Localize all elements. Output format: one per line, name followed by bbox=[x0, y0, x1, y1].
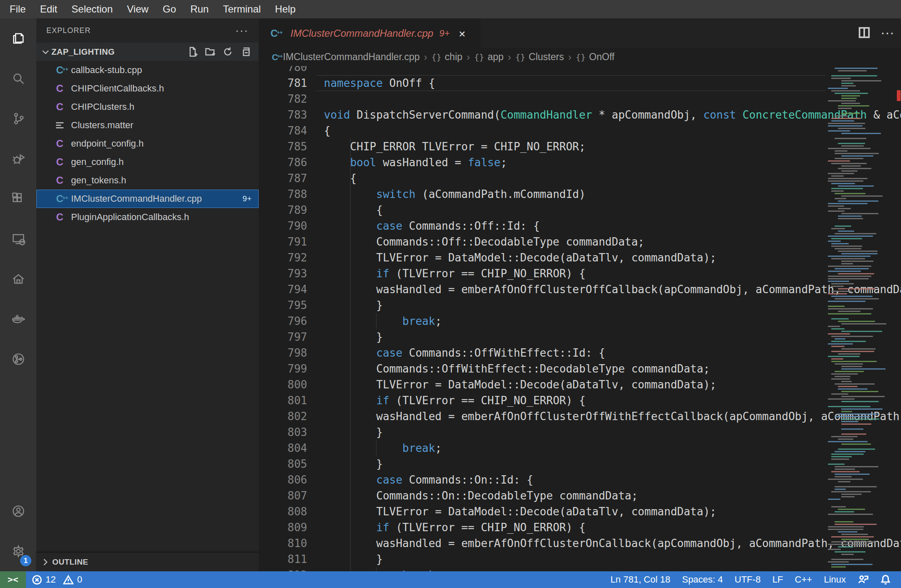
section-actions bbox=[187, 46, 255, 58]
code-line-794: 794 wasHandled = emberAfOnOffClusterOffC… bbox=[259, 281, 901, 297]
menu-help[interactable]: Help bbox=[268, 0, 303, 18]
symbol-namespace-icon: {} bbox=[515, 52, 525, 62]
cursor-position[interactable]: Ln 781, Col 18 bbox=[605, 571, 676, 588]
breadcrumb-item-imclustercommandhandler-cpp[interactable]: IMClusterCommandHandler.cpp bbox=[283, 51, 420, 63]
breadcrumb-item-app[interactable]: app bbox=[488, 51, 504, 63]
file-row-imclustercommandhandler-cpp[interactable]: C++IMClusterCommandHandler.cpp9+ bbox=[36, 190, 259, 208]
file-row-clusters-matter[interactable]: Clusters.matter bbox=[36, 116, 259, 134]
breadcrumb-item-chip[interactable]: chip bbox=[445, 51, 462, 63]
new-folder-icon[interactable] bbox=[204, 46, 216, 58]
extensions-icon bbox=[11, 191, 26, 206]
file-row-chipclientcallbacks-h[interactable]: CCHIPClientCallbacks.h bbox=[36, 79, 259, 98]
file-row-chipclusters-h[interactable]: CCHIPClusters.h bbox=[36, 98, 259, 116]
minimap-line bbox=[831, 228, 845, 229]
minimap-line bbox=[831, 75, 877, 76]
minimap-line bbox=[828, 130, 850, 132]
activity-settings-gear-icon[interactable]: 1 bbox=[0, 531, 36, 571]
symbol-namespace-icon: {} bbox=[575, 52, 585, 62]
indentation-status[interactable]: Spaces: 4 bbox=[676, 571, 729, 588]
code-editor[interactable]: 780781namespace OnOff {782783void Dispat… bbox=[259, 66, 901, 571]
minimap-line bbox=[841, 408, 883, 410]
line-number: 790 bbox=[259, 218, 307, 234]
minimap[interactable] bbox=[825, 66, 892, 571]
file-name: IMClusterCommandHandler.cpp bbox=[71, 193, 242, 204]
split-editor-icon[interactable] bbox=[858, 26, 870, 41]
activity-remote-explorer-icon[interactable] bbox=[0, 219, 36, 259]
minimap-line bbox=[835, 524, 877, 525]
minimap-line bbox=[831, 296, 873, 297]
minimap-line bbox=[838, 70, 867, 71]
minimap-line bbox=[831, 358, 843, 360]
activity-search-icon[interactable] bbox=[0, 58, 36, 99]
collapse-all-icon[interactable] bbox=[239, 46, 251, 58]
file-row-gen-tokens-h[interactable]: Cgen_tokens.h bbox=[36, 171, 259, 190]
minimap-line bbox=[835, 551, 865, 553]
sidebar-more-actions-icon[interactable]: ··· bbox=[235, 28, 249, 33]
line-number: 804 bbox=[259, 440, 307, 456]
menu-file[interactable]: File bbox=[3, 0, 33, 18]
code-text: Commands::OffWithEffect::DecodableType c… bbox=[324, 361, 710, 377]
minimap-line bbox=[831, 246, 862, 247]
code-text: wasHandled = emberAfOnOffClusterOnCallba… bbox=[324, 535, 901, 551]
minimap-line bbox=[838, 128, 865, 129]
activity-git-graph-icon[interactable] bbox=[0, 339, 36, 379]
notifications-bell-icon[interactable] bbox=[874, 571, 897, 588]
source-control-icon bbox=[11, 111, 26, 126]
minimap-line bbox=[835, 248, 861, 249]
tab-close-icon[interactable]: ✕ bbox=[459, 27, 466, 40]
file-row-endpoint-config-h[interactable]: Cendpoint_config.h bbox=[36, 134, 259, 153]
activity-docker-icon[interactable] bbox=[0, 299, 36, 339]
file-name: CHIPClusters.h bbox=[71, 101, 258, 112]
file-row-pluginapplicationcallbacks-h[interactable]: CPluginApplicationCallbacks.h bbox=[36, 208, 259, 226]
breadcrumb-item-clusters[interactable]: Clusters bbox=[529, 51, 564, 63]
menu-go[interactable]: Go bbox=[155, 0, 183, 18]
menu-selection[interactable]: Selection bbox=[64, 0, 120, 18]
remote-indicator[interactable]: >< bbox=[0, 571, 26, 588]
minimap-line bbox=[828, 276, 871, 277]
minimap-line bbox=[841, 213, 878, 214]
minimap-line bbox=[841, 423, 871, 425]
menu-run[interactable]: Run bbox=[183, 0, 216, 18]
line-number: 802 bbox=[259, 408, 307, 424]
minimap-line bbox=[841, 263, 853, 264]
problems-status[interactable]: 12 0 bbox=[26, 571, 88, 588]
folder-section-header[interactable]: ZAP_LIGHTING bbox=[36, 43, 259, 61]
activity-explorer-icon[interactable] bbox=[0, 18, 36, 58]
code-text: void DispatchServerCommand(CommandHandle… bbox=[324, 107, 901, 123]
file-row-gen-config-h[interactable]: Cgen_config.h bbox=[36, 153, 259, 171]
code-text: if (TLVError == CHIP_NO_ERROR) { bbox=[324, 393, 585, 408]
breadcrumb-item-onoff[interactable]: OnOff bbox=[589, 51, 615, 63]
file-row-callback-stub-cpp[interactable]: C++callback-stub.cpp bbox=[36, 61, 259, 79]
minimap-line bbox=[828, 236, 873, 237]
outline-section-header[interactable]: OUTLINE bbox=[36, 553, 259, 571]
encoding-status[interactable]: UTF-8 bbox=[729, 571, 766, 588]
language-mode-status[interactable]: C++ bbox=[789, 571, 818, 588]
matter-file-icon bbox=[53, 119, 67, 132]
activity-account-icon[interactable] bbox=[0, 491, 36, 531]
code-line-782: 782 bbox=[259, 91, 901, 107]
feedback-icon[interactable] bbox=[852, 571, 874, 588]
minimap-line bbox=[835, 469, 855, 470]
line-number: 812 bbox=[259, 567, 307, 571]
new-file-icon[interactable] bbox=[187, 46, 199, 58]
activity-home-icon[interactable] bbox=[0, 259, 36, 299]
activity-extensions-icon[interactable] bbox=[0, 179, 36, 219]
cpp-file-icon: C++ bbox=[268, 51, 282, 63]
refresh-icon[interactable] bbox=[222, 46, 234, 58]
tab-imclustercommandhandler[interactable]: C++ IMClusterCommandHandler.cpp 9+ ✕ bbox=[259, 18, 481, 48]
os-status[interactable]: Linux bbox=[818, 571, 852, 588]
menu-terminal[interactable]: Terminal bbox=[216, 0, 268, 18]
minimap-line bbox=[828, 499, 840, 500]
more-actions-icon[interactable]: ··· bbox=[881, 28, 895, 39]
menu-view[interactable]: View bbox=[120, 0, 156, 18]
activity-run-debug-icon[interactable] bbox=[0, 139, 36, 179]
code-line-807: 807 Commands::On::DecodableType commandD… bbox=[259, 488, 901, 504]
menu-edit[interactable]: Edit bbox=[33, 0, 64, 18]
minimap-line bbox=[841, 80, 881, 81]
line-number: 794 bbox=[259, 281, 307, 297]
minimap-line bbox=[831, 393, 848, 395]
activity-source-control-icon[interactable] bbox=[0, 99, 36, 139]
eol-status[interactable]: LF bbox=[766, 571, 789, 588]
minimap-line bbox=[835, 138, 866, 139]
tab-dirty-badge: 9+ bbox=[439, 28, 450, 39]
